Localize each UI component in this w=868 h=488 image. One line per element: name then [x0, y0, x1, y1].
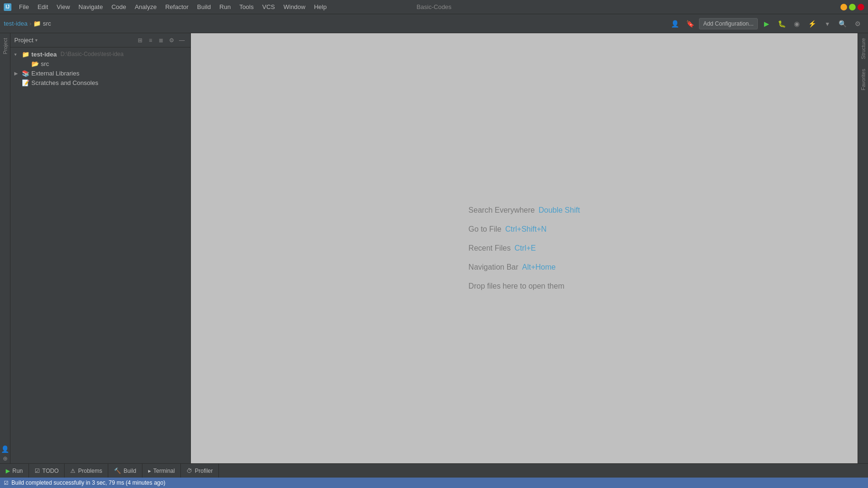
menu-file[interactable]: File [15, 2, 33, 12]
breadcrumb-folder[interactable]: src [43, 20, 51, 27]
hint-recent-shortcut: Ctrl+E [515, 244, 536, 253]
todo-tab-label: TODO [42, 468, 58, 474]
tab-terminal[interactable]: ▸ Terminal [142, 464, 181, 478]
profiler-tab-label: Profiler [195, 468, 213, 474]
tab-problems[interactable]: ⚠ Problems [65, 464, 108, 478]
tree-label-external-libs: External Libraries [31, 70, 79, 77]
run-button[interactable]: ▶ [760, 17, 773, 30]
hint-goto-shortcut: Ctrl+Shift+N [505, 225, 547, 234]
sidebar-item-icon1[interactable]: 👤 [0, 444, 10, 454]
hint-drop-files: Drop files here to open them [469, 282, 565, 291]
tree-path-test-idea: D:\Basic-Codes\test-idea [60, 51, 123, 57]
profiler-tab-icon: ⏱ [187, 468, 192, 474]
sort-button[interactable]: ≡ [146, 36, 155, 45]
hint-goto-file: Go to File Ctrl+Shift+N [469, 225, 547, 234]
add-configuration-button[interactable]: Add Configuration... [699, 18, 758, 29]
project-panel-title: Project ▾ [14, 37, 38, 44]
build-tab-icon: 🔨 [114, 468, 121, 474]
sort-type-button[interactable]: ≣ [156, 36, 166, 45]
hint-goto-text: Go to File [469, 225, 501, 234]
maximize-button[interactable] [849, 4, 856, 10]
menu-analyze[interactable]: Analyze [131, 2, 160, 12]
menu-vcs[interactable]: VCS [258, 2, 279, 12]
right-vertical-tabs: Structure Favorites [858, 33, 868, 463]
tab-build[interactable]: 🔨 Build [108, 464, 142, 478]
project-title-label: Project [14, 37, 33, 44]
breadcrumb-sep1: › [29, 20, 31, 27]
sidebar-item-favorites[interactable]: Favorites [859, 64, 868, 95]
breadcrumb-folder-icon: 📁 [33, 20, 41, 27]
tree-item-scratches[interactable]: 📝 Scratches and Consoles [10, 78, 190, 87]
editor-hints: Search Everywhere Double Shift Go to Fil… [469, 206, 580, 291]
account-button[interactable]: 👤 [669, 17, 682, 30]
folder-icon-test-idea: 📁 [22, 50, 29, 58]
problems-tab-label: Problems [78, 468, 102, 474]
toolbar: test-idea › 📁 src 👤 🔖 Add Configuration.… [0, 14, 868, 33]
todo-tab-icon: ☑ [35, 468, 40, 474]
menu-build[interactable]: Build [193, 2, 215, 12]
run-tab-label: Run [12, 468, 23, 474]
settings-gear-button[interactable]: ⚙ [167, 36, 176, 45]
project-panel-arrow[interactable]: ▾ [35, 38, 38, 43]
bookmark-button[interactable]: 🔖 [684, 17, 697, 30]
close-button[interactable] [858, 4, 864, 10]
tree-item-test-idea[interactable]: ▾ 📁 test-idea D:\Basic-Codes\test-idea [10, 49, 190, 59]
terminal-tab-label: Terminal [153, 468, 175, 474]
window-title: Basic-Codes [416, 3, 452, 10]
sidebar-item-structure[interactable]: Structure [859, 33, 868, 64]
hint-navbar-shortcut: Alt+Home [522, 263, 556, 272]
hint-navbar-text: Navigation Bar [469, 263, 519, 272]
menu-view[interactable]: View [53, 2, 74, 12]
search-everywhere-button[interactable]: 🔍 [836, 17, 849, 30]
run-with-coverage-button[interactable]: ◉ [790, 17, 803, 30]
hint-search-shortcut: Double Shift [538, 206, 580, 215]
terminal-tab-icon: ▸ [148, 468, 151, 474]
tab-run[interactable]: ▶ Run [0, 464, 29, 478]
menu-help[interactable]: Help [310, 2, 330, 12]
sidebar-item-icon2[interactable]: ⊕ [0, 454, 10, 463]
status-message: Build completed successfully in 3 sec, 7… [11, 479, 165, 486]
build-tab-label: Build [123, 468, 136, 474]
project-panel: Project ▾ ⊞ ≡ ≣ ⚙ — ▾ 📁 test-idea D:\Bas… [10, 33, 191, 463]
sidebar-item-project[interactable]: Project [0, 33, 10, 59]
menu-run[interactable]: Run [216, 2, 235, 12]
minimize-panel-button[interactable]: — [177, 36, 187, 45]
tab-todo[interactable]: ☑ TODO [29, 464, 65, 478]
menu-tools[interactable]: Tools [236, 2, 257, 12]
menu-window[interactable]: Window [280, 2, 309, 12]
panel-actions: ⊞ ≡ ≣ ⚙ — [135, 36, 187, 45]
folder-icon-src: 📂 [31, 60, 39, 67]
project-tree: ▾ 📁 test-idea D:\Basic-Codes\test-idea 📂… [10, 47, 190, 463]
library-icon: 📚 [22, 69, 29, 77]
hint-recent-files: Recent Files Ctrl+E [469, 244, 536, 253]
menu-edit[interactable]: Edit [34, 2, 52, 12]
title-bar: IJ File Edit View Navigate Code Analyze … [0, 0, 868, 14]
scratches-icon: 📝 [22, 79, 29, 86]
hint-drop-text: Drop files here to open them [469, 282, 565, 291]
menu-refactor[interactable]: Refactor [161, 2, 192, 12]
tree-label-src: src [41, 60, 49, 67]
problems-tab-icon: ⚠ [70, 468, 75, 474]
settings-button[interactable]: ⚙ [851, 17, 864, 30]
tree-arrow-test-idea: ▾ [14, 52, 20, 57]
window-controls [840, 4, 864, 10]
app-icon: IJ [4, 3, 11, 11]
debug-button[interactable]: 🐛 [775, 17, 788, 30]
tab-profiler[interactable]: ⏱ Profiler [181, 464, 219, 478]
more-run-options[interactable]: ▾ [821, 17, 834, 30]
collapse-all-button[interactable]: ⊞ [135, 36, 145, 45]
menu-navigate[interactable]: Navigate [75, 2, 106, 12]
menu-code[interactable]: Code [108, 2, 130, 12]
hint-recent-text: Recent Files [469, 244, 511, 253]
hint-search-everywhere: Search Everywhere Double Shift [469, 206, 580, 215]
breadcrumb-project[interactable]: test-idea [4, 20, 28, 27]
project-panel-header: Project ▾ ⊞ ≡ ≣ ⚙ — [10, 33, 190, 47]
bottom-bar: ▶ Run ☑ TODO ⚠ Problems 🔨 Build ▸ Termin… [0, 463, 868, 478]
tool-tabs: ▶ Run ☑ TODO ⚠ Problems 🔨 Build ▸ Termin… [0, 464, 219, 478]
run-tab-icon: ▶ [6, 468, 10, 474]
tree-item-src[interactable]: 📂 src [10, 59, 190, 68]
tree-label-test-idea: test-idea [31, 51, 57, 58]
minimize-button[interactable] [840, 4, 847, 10]
tree-item-external-libs[interactable]: ▶ 📚 External Libraries [10, 68, 190, 78]
profile-button[interactable]: ⚡ [805, 17, 819, 30]
